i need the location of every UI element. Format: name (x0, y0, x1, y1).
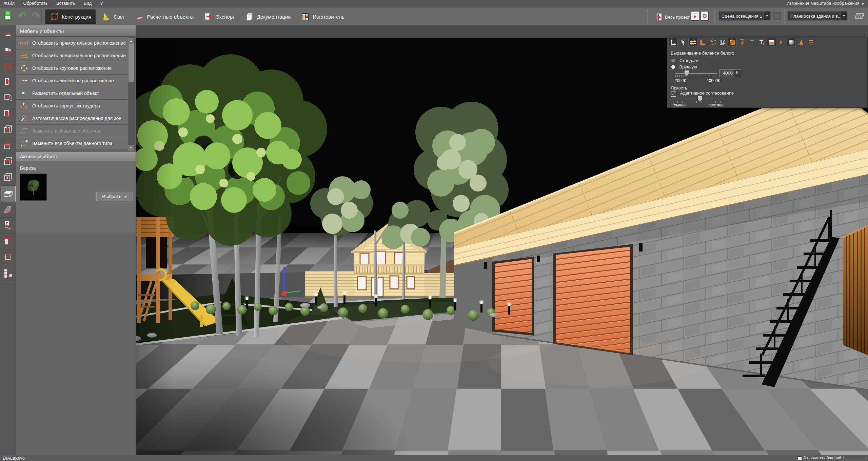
sidebar-item-columns[interactable] (1, 122, 15, 138)
choose-object-button[interactable]: Выбрать ▶ (96, 192, 133, 201)
messages-status[interactable]: 0 новых сообщений (798, 456, 866, 460)
wb-slider[interactable] (675, 73, 717, 74)
text-tool-icon (758, 39, 765, 46)
redo-button[interactable]: ↷ (32, 12, 40, 19)
render-play-button[interactable] (691, 11, 699, 21)
choose-button-label: Выбрать (102, 194, 121, 199)
sidebar-item-text[interactable] (1, 218, 15, 234)
tool-auto-zone[interactable]: Автоматические распределения для зон (16, 112, 128, 125)
sidebar-item-import-export[interactable] (1, 26, 15, 42)
grid-button[interactable] (688, 38, 697, 47)
dimension-lines-button[interactable] (669, 38, 678, 47)
sidebar-item-storeys[interactable] (1, 58, 15, 74)
tab-export[interactable]: Экспорт (199, 10, 239, 23)
image-scale-menu[interactable]: Изменение масштаба изображения ▶ (787, 1, 865, 6)
image-scale-label: Изменение масштаба изображения (787, 1, 860, 6)
sidebar-item-structure[interactable] (1, 265, 15, 281)
window-shade-icon (768, 39, 775, 46)
tool-line-arrangement[interactable]: Отобразить линейное расположение (16, 75, 128, 87)
menu-insert[interactable]: Вставить (53, 0, 79, 6)
tool-replace-selected[interactable]: Заменить выбранные объекты (16, 125, 128, 137)
scene-preview-button[interactable] (773, 11, 781, 21)
light-cone-button[interactable] (796, 38, 806, 47)
plumb-line-button[interactable] (737, 38, 747, 47)
tool-replace-all[interactable]: Заменить все объекты данного типа (16, 137, 128, 150)
tool-single-object[interactable]: Разместить отдельный объект (16, 87, 128, 100)
tab-documentation[interactable]: Документация (241, 10, 295, 23)
tab-manufacturer[interactable]: Изготовитель (296, 10, 349, 23)
adaptive-checkbox[interactable]: ✓ Адаптивное согласование (671, 91, 734, 97)
sidebar-item-roof[interactable] (1, 138, 15, 154)
wb-value-input[interactable]: 4000 (720, 69, 734, 77)
project-document-icon (656, 13, 662, 21)
wireframe-cube-icon (719, 39, 726, 46)
brightness-slider[interactable] (673, 99, 724, 99)
sidebar-item-materials[interactable] (1, 202, 15, 218)
textures-button[interactable] (728, 38, 737, 47)
menu-bar: Файл Обработать Вставить Вид ? Изменение… (0, 0, 868, 7)
raster-button[interactable] (708, 38, 717, 47)
scene-settings-button[interactable]: ⚙ (701, 11, 709, 21)
wb-value-field[interactable]: 4000 K (719, 69, 741, 77)
layout-select[interactable]: Планировка здания и в... ▼ (787, 11, 848, 21)
sidebar-item-zones[interactable] (1, 106, 15, 122)
tool-rect-arrangement[interactable]: Отобразить прямоугольное расположение (16, 37, 128, 49)
undo-button[interactable]: ↶ (18, 12, 26, 19)
tab-construction[interactable]: Конструкция (45, 9, 96, 24)
sidebar-item-wall-covering[interactable] (1, 90, 15, 106)
scroll-down-button[interactable]: ▼ (128, 145, 134, 151)
zones-icon (3, 109, 13, 119)
menu-edit[interactable]: Обработать (20, 0, 52, 6)
wb-manual-radio[interactable]: Вручную (671, 64, 697, 69)
tab-label: Экспорт (216, 14, 235, 20)
text-tool-button[interactable] (757, 38, 766, 47)
menu-file[interactable]: Файл (0, 0, 18, 6)
polygon-arrangement-icon (20, 52, 28, 59)
raster-icon (709, 39, 716, 46)
tool-label: Заменить выбранные объекты (32, 128, 100, 134)
sidebar-item-openings[interactable] (1, 170, 15, 186)
sidebar-item-walls[interactable] (1, 74, 15, 90)
text-disabled-button[interactable] (747, 38, 756, 47)
light-shell-button[interactable] (777, 38, 786, 47)
messages-label: 0 новых сообщений (804, 456, 841, 460)
false-colors-button[interactable] (806, 38, 815, 47)
sidebar-item-luminaires[interactable] (1, 234, 15, 249)
active-object-thumbnail[interactable] (20, 174, 47, 201)
sidebar-item-calc-surfaces[interactable] (1, 249, 15, 265)
display-mode-button[interactable] (854, 13, 865, 19)
sidebar-item-furniture[interactable] (1, 186, 16, 202)
wb-unit-label: K (734, 69, 741, 77)
tab-light[interactable]: Свет (97, 10, 129, 23)
status-bar: DIALuxevo 0 новых сообщений (0, 455, 868, 461)
corner-snap-button[interactable] (698, 38, 707, 47)
scroll-up-button[interactable]: ▲ (128, 38, 134, 44)
sidebar-item-ceilings[interactable] (1, 154, 15, 170)
pointer-button[interactable] (678, 38, 688, 47)
grid-icon (690, 39, 696, 46)
whole-project-button[interactable]: Весь проект (656, 13, 690, 21)
active-object-header: Активный объект (16, 152, 136, 161)
calculation-surfaces-icon (3, 252, 13, 262)
luminaires-icon (3, 236, 13, 246)
wb-standard-radio[interactable]: Стандарт (671, 58, 699, 63)
save-button[interactable] (3, 10, 12, 21)
walls-icon (3, 77, 13, 87)
tool-polygon-arrangement[interactable]: Отобразить полигональнoе расположение (16, 49, 128, 62)
light-scene-select[interactable]: Сцена освещения 1 ▼ (718, 11, 771, 21)
progress-box (844, 456, 866, 460)
tab-calculation-objects[interactable]: Расчетные объекты (131, 10, 198, 23)
wall-covering-icon (3, 93, 13, 103)
scrollbar-thumb[interactable] (129, 44, 134, 82)
tool-extruder-body[interactable]: Отобразить корпус экструдера (16, 100, 128, 112)
export-arrow-icon (204, 12, 213, 21)
tool-circle-arrangement[interactable]: Отобразить круговое расположение (16, 62, 128, 75)
menu-view[interactable]: Вид (80, 0, 96, 6)
window-shade-button[interactable] (767, 38, 776, 47)
menu-help[interactable]: ? (97, 0, 106, 6)
wireframe-cube-button[interactable] (718, 38, 727, 47)
tool-label: Отобразить линейное расположение (32, 78, 114, 83)
sidebar-item-site[interactable] (1, 42, 15, 58)
panel-scrollbar[interactable]: ▲ ▼ (128, 37, 135, 151)
sphere-shading-button[interactable] (787, 38, 796, 47)
